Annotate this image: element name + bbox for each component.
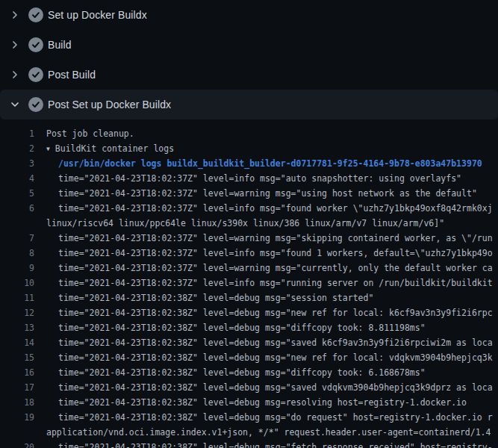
step-label: Post Set up Docker Buildx [48,99,171,111]
log-line-number[interactable]: 2 [0,141,34,156]
chevron-right-icon[interactable] [9,39,21,51]
log-line: 2 ▼BuildKit container logs [0,141,498,156]
log-line: 14 time="2021-04-23T18:02:38Z" level=deb… [0,335,498,350]
step-row-build[interactable]: Build [0,30,498,60]
log-line-number[interactable]: 13 [0,320,34,335]
log-line-number[interactable]: 8 [0,246,34,261]
log-line: 18 time="2021-04-23T18:02:38Z" level=deb… [0,395,498,410]
log-line-text: time="2021-04-23T18:02:38Z" level=debug … [34,305,493,320]
log-line-text: linux/riscv64 linux/ppc64le linux/s390x … [34,216,444,231]
log-line-number[interactable]: 6 [0,201,34,216]
log-panel: 1 Post job cleanup. 2 ▼BuildKit containe… [0,119,498,448]
log-line-number[interactable]: 11 [0,290,34,305]
log-line: 8 time="2021-04-23T18:02:37Z" level=info… [0,246,498,261]
step-label: Set up Docker Buildx [48,9,147,21]
log-line-text: time="2021-04-23T18:02:37Z" level=info m… [34,201,493,216]
log-line-text: ▼BuildKit container logs [34,141,174,156]
log-line: application/vnd.oci.image.index.v1+json,… [0,425,498,440]
log-line-number[interactable]: 20 [0,440,34,448]
log-group-toggle-icon[interactable]: ▼ [46,142,50,156]
steps-list: Set up Docker Buildx Build [0,0,498,119]
log-line: 9 time="2021-04-23T18:02:37Z" level=warn… [0,261,498,276]
log-line-number[interactable]: 5 [0,186,34,201]
log-line-text: time="2021-04-23T18:02:37Z" level=info m… [34,246,493,261]
log-line-number[interactable]: 1 [0,126,34,141]
log-line: 10 time="2021-04-23T18:02:37Z" level=inf… [0,276,498,290]
log-line: 16 time="2021-04-23T18:02:38Z" level=deb… [0,365,498,380]
log-group-label[interactable]: BuildKit container logs [55,143,174,154]
log-line-number[interactable]: 7 [0,231,34,246]
log-line-text: time="2021-04-23T18:02:38Z" level=debug … [34,320,426,335]
chevron-right-icon[interactable] [9,69,21,81]
log-line: 6 time="2021-04-23T18:02:37Z" level=info… [0,201,498,216]
log-line-number[interactable]: 19 [0,410,34,425]
check-circle-icon [28,67,43,82]
log-line: 20 time="2021-04-23T18:02:38Z" level=deb… [0,440,498,448]
check-circle-icon [28,7,43,22]
step-label: Post Build [48,69,96,81]
log-line: linux/riscv64 linux/ppc64le linux/s390x … [0,216,498,231]
log-line: 5 time="2021-04-23T18:02:37Z" level=warn… [0,186,498,201]
log-line-number[interactable]: 18 [0,395,34,410]
log-line-number[interactable]: 4 [0,171,34,186]
chevron-down-icon[interactable] [9,99,21,111]
step-row-post-set-up-docker-buildx[interactable]: Post Set up Docker Buildx [0,90,498,119]
step-row-post-build[interactable]: Post Build [0,60,498,90]
log-line-number[interactable]: 12 [0,305,34,320]
chevron-right-icon[interactable] [9,9,21,21]
log-line-text: time="2021-04-23T18:02:37Z" level=info m… [34,171,461,186]
log-line-text: time="2021-04-23T18:02:37Z" level=info m… [34,276,493,290]
log-line-text: application/vnd.oci.image.index.v1+json,… [34,425,491,440]
log-line-number[interactable]: 3 [0,156,34,171]
log-line-text: time="2021-04-23T18:02:38Z" level=debug … [34,380,493,395]
log-line-text: time="2021-04-23T18:02:38Z" level=debug … [34,395,467,410]
log-line: 12 time="2021-04-23T18:02:38Z" level=deb… [0,305,498,320]
log-line-text: time="2021-04-23T18:02:38Z" level=debug … [34,410,493,425]
check-circle-icon [28,37,43,52]
log-line-number[interactable]: 17 [0,380,34,395]
log-line-text: Post job cleanup. [34,126,134,141]
log-line: 19 time="2021-04-23T18:02:38Z" level=deb… [0,410,498,425]
log-line-number[interactable] [0,425,34,440]
log-line-text: time="2021-04-23T18:02:38Z" level=debug … [34,440,493,448]
log-line-number[interactable] [0,216,34,231]
log-line-number[interactable]: 15 [0,350,34,365]
log-line: 15 time="2021-04-23T18:02:38Z" level=deb… [0,350,498,365]
log-line: 7 time="2021-04-23T18:02:37Z" level=warn… [0,231,498,246]
log-line: 4 time="2021-04-23T18:02:37Z" level=info… [0,171,498,186]
check-circle-icon [28,97,43,112]
log-line: 11 time="2021-04-23T18:02:38Z" level=deb… [0,290,498,305]
log-line: 1 Post job cleanup. [0,126,498,141]
step-row-set-up-docker-buildx[interactable]: Set up Docker Buildx [0,0,498,30]
log-line-number[interactable]: 10 [0,276,34,290]
log-line-text: time="2021-04-23T18:02:37Z" level=warnin… [34,231,493,246]
step-label: Build [48,39,72,51]
log-line-text: time="2021-04-23T18:02:38Z" level=debug … [34,365,426,380]
log-line-text: time="2021-04-23T18:02:37Z" level=warnin… [34,186,477,201]
log-line-text: time="2021-04-23T18:02:37Z" level=warnin… [34,261,493,276]
log-line-number[interactable]: 14 [0,335,34,350]
log-line-number[interactable]: 9 [0,261,34,276]
log-line-text: time="2021-04-23T18:02:38Z" level=debug … [34,290,373,305]
log-line-text: time="2021-04-23T18:02:38Z" level=debug … [34,350,493,365]
log-line-text: /usr/bin/docker logs buildx_buildkit_bui… [34,156,482,171]
log-line-text: time="2021-04-23T18:02:38Z" level=debug … [34,335,493,350]
log-line: 17 time="2021-04-23T18:02:38Z" level=deb… [0,380,498,395]
log-line: 3 /usr/bin/docker logs buildx_buildkit_b… [0,156,498,171]
log-line-number[interactable]: 16 [0,365,34,380]
log-line: 13 time="2021-04-23T18:02:38Z" level=deb… [0,320,498,335]
